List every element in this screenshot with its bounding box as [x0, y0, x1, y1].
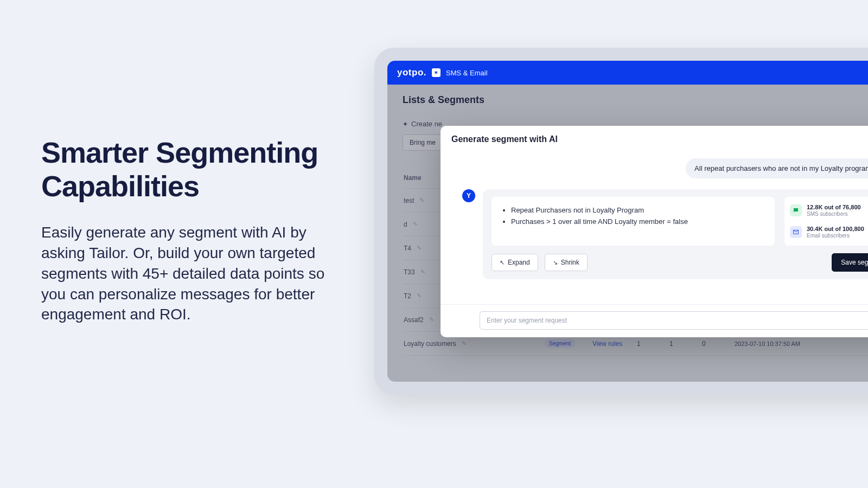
stat-sms-line1: 12.8K out of 76,800: [807, 204, 865, 211]
rule-item: Purchases > 1 over all time AND Loyalty …: [511, 217, 765, 227]
modal-chat: All repeat purchasers who are not in my …: [441, 150, 868, 304]
segment-request-input[interactable]: [480, 311, 868, 330]
segment-rules: Repeat Purchasers not in Loyalty Program…: [492, 197, 775, 246]
stat-email-line1: 30.4K out of 100,800: [807, 226, 865, 233]
stat-email-line2: Email subscribers: [807, 233, 865, 239]
app-screen: yotpo. ✶ SMS & Email Lists & Segments Cr…: [387, 61, 868, 382]
ai-segment-modal: Generate segment with AI ✕ All repeat pu…: [441, 126, 868, 337]
expand-button-label: Expand: [508, 259, 530, 266]
stat-sms-line2: SMS subscribers: [807, 211, 865, 217]
save-segment-button[interactable]: Save segment: [832, 253, 868, 272]
expand-arrow-icon: ↖: [500, 259, 505, 266]
mail-icon: [790, 226, 802, 238]
device-frame: yotpo. ✶ SMS & Email Lists & Segments Cr…: [374, 48, 868, 395]
modal-input-row: [441, 304, 868, 337]
user-message: All repeat purchasers who are not in my …: [686, 158, 868, 178]
sms-icon: [790, 204, 802, 216]
shrink-arrow-icon: ↘: [553, 259, 558, 266]
marketing-body: Easily generate any segment with AI by a…: [41, 222, 345, 325]
app-subtitle: SMS & Email: [446, 69, 488, 77]
brand-logo: yotpo.: [397, 67, 426, 78]
expand-button[interactable]: ↖ Expand: [492, 254, 538, 271]
segment-stats: 12.8K out of 76,800 SMS subscribers: [784, 197, 868, 246]
stat-email: 30.4K out of 100,800 Email subscribers: [790, 224, 868, 240]
rule-item: Repeat Purchasers not in Loyalty Program: [511, 206, 765, 216]
bot-avatar: Y: [462, 189, 475, 202]
brand-badge-icon: ✶: [432, 68, 441, 77]
app-header: yotpo. ✶ SMS & Email: [387, 61, 868, 85]
bot-response-card: Repeat Purchasers not in Loyalty Program…: [483, 189, 868, 279]
marketing-headline: Smarter Segmenting Capabilities: [41, 136, 345, 203]
modal-title: Generate segment with AI: [451, 134, 558, 144]
shrink-button-label: Shrink: [561, 259, 579, 266]
marketing-copy: Smarter Segmenting Capabilities Easily g…: [41, 136, 345, 325]
shrink-button[interactable]: ↘ Shrink: [545, 254, 588, 271]
stat-sms: 12.8K out of 76,800 SMS subscribers: [790, 202, 868, 219]
